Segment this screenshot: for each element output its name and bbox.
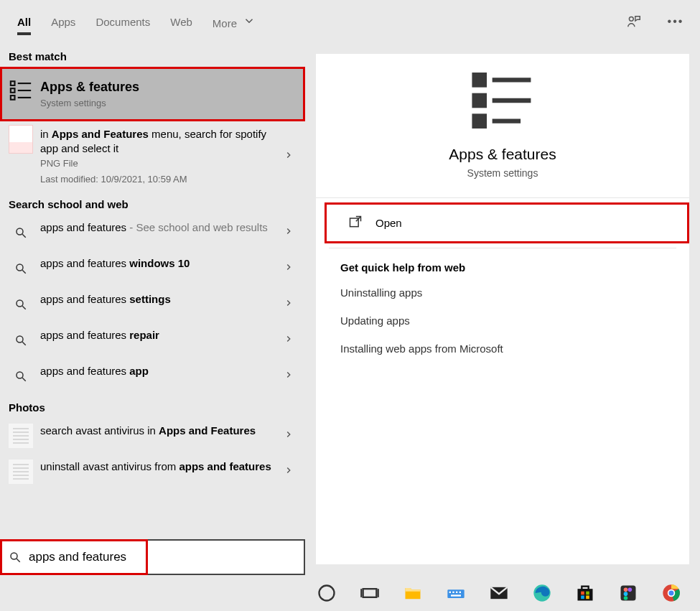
svg-rect-39 <box>582 587 588 590</box>
tab-web[interactable]: Web <box>160 3 202 41</box>
edge-icon[interactable] <box>528 579 556 607</box>
search-box[interactable] <box>0 539 305 575</box>
section-best-match: Best match <box>0 43 305 67</box>
svg-rect-21 <box>475 95 485 106</box>
search-icon <box>9 364 33 388</box>
photo-thumbnail-icon <box>9 424 33 448</box>
svg-rect-23 <box>475 116 485 126</box>
svg-point-26 <box>319 586 335 601</box>
svg-point-0 <box>629 17 633 21</box>
svg-line-14 <box>22 342 26 346</box>
search-icon <box>9 328 33 353</box>
svg-rect-33 <box>456 592 457 593</box>
svg-rect-31 <box>449 592 451 593</box>
section-photos: Photos <box>0 394 305 418</box>
apps-features-icon <box>472 70 533 134</box>
file-result-modified: Last modified: 10/9/2021, 10:59 AM <box>40 173 278 186</box>
result-web-2[interactable]: apps and features settings <box>0 286 305 322</box>
photo-thumbnail-icon <box>9 460 33 484</box>
apps-features-icon <box>9 78 33 103</box>
detail-pane: Apps & features System settings Open Get… <box>316 54 689 564</box>
task-view-icon[interactable] <box>355 579 384 607</box>
svg-rect-1 <box>11 81 15 85</box>
chevron-right-icon <box>284 370 294 383</box>
svg-line-12 <box>22 307 26 310</box>
svg-point-9 <box>17 264 23 271</box>
search-box-container <box>0 539 305 575</box>
svg-line-10 <box>22 271 26 274</box>
search-icon <box>9 220 33 245</box>
svg-point-7 <box>17 228 23 235</box>
svg-rect-34 <box>459 592 461 593</box>
svg-point-11 <box>17 300 23 307</box>
open-button[interactable]: Open <box>327 205 424 241</box>
chevron-right-icon <box>284 226 294 239</box>
tab-all[interactable]: All <box>7 3 41 41</box>
svg-rect-38 <box>578 589 593 600</box>
file-explorer-icon[interactable] <box>398 579 427 607</box>
cortana-icon[interactable] <box>312 579 341 607</box>
search-results-pane: Best match Apps & features System settin… <box>0 43 305 575</box>
figma-icon[interactable] <box>614 579 643 607</box>
svg-line-8 <box>22 235 26 238</box>
svg-point-48 <box>624 596 628 600</box>
tab-more-label: More <box>213 17 237 29</box>
result-best-match[interactable]: Apps & features System settings <box>0 67 305 121</box>
chrome-icon[interactable] <box>657 579 686 607</box>
svg-rect-5 <box>11 95 15 100</box>
chevron-right-icon <box>284 429 294 442</box>
svg-rect-40 <box>581 592 584 595</box>
feedback-icon[interactable] <box>624 11 644 32</box>
search-icon <box>9 551 22 564</box>
mail-icon[interactable] <box>485 579 513 607</box>
result-web-1[interactable]: apps and features windows 10 <box>0 251 305 286</box>
file-thumbnail-icon <box>9 127 33 151</box>
result-photo-1[interactable]: uninstall avast antivirus from apps and … <box>0 454 305 490</box>
svg-point-17 <box>11 553 17 559</box>
result-photo-0[interactable]: search avast antivirus in Apps and Featu… <box>0 418 305 454</box>
svg-point-46 <box>628 588 633 592</box>
photo-result-text: search avast antivirus in Apps and Featu… <box>40 424 297 438</box>
photo-result-text: uninstall avast antivirus from apps and … <box>40 460 297 474</box>
web-result-text: apps and features - See school and web r… <box>40 220 297 235</box>
detail-subtitle: System settings <box>467 167 538 179</box>
chevron-right-icon <box>284 334 294 347</box>
svg-rect-43 <box>586 596 589 600</box>
svg-rect-42 <box>581 596 584 600</box>
chevron-right-icon <box>284 465 294 478</box>
search-icon <box>9 292 33 317</box>
keyboard-icon[interactable] <box>442 579 470 607</box>
tab-apps[interactable]: Apps <box>41 3 85 41</box>
best-match-subtitle: System settings <box>40 97 278 110</box>
open-label: Open <box>375 217 402 229</box>
help-link-updating[interactable]: Updating apps <box>340 314 665 327</box>
taskbar <box>305 575 700 611</box>
svg-line-16 <box>22 378 26 382</box>
svg-point-51 <box>669 591 674 596</box>
search-input[interactable] <box>29 550 297 564</box>
svg-point-15 <box>17 372 23 378</box>
svg-line-18 <box>17 559 20 562</box>
help-link-installing-web[interactable]: Installing web apps from Microsoft <box>340 342 665 355</box>
result-file[interactable]: in Apps and Features menu, search for sp… <box>0 121 305 192</box>
result-web-4[interactable]: apps and features app <box>0 358 305 394</box>
svg-point-47 <box>624 592 628 596</box>
tab-documents[interactable]: Documents <box>85 3 160 41</box>
more-options-icon[interactable]: ••• <box>666 11 686 32</box>
microsoft-store-icon[interactable] <box>571 579 599 607</box>
open-external-icon <box>348 215 363 231</box>
web-result-text: apps and features windows 10 <box>40 256 297 271</box>
help-header: Get quick help from web <box>340 261 665 274</box>
web-result-text: apps and features repair <box>40 328 297 342</box>
result-web-0[interactable]: apps and features - See school and web r… <box>0 215 305 251</box>
svg-rect-30 <box>447 589 464 598</box>
result-web-3[interactable]: apps and features repair <box>0 322 305 358</box>
svg-point-45 <box>624 588 628 592</box>
help-link-uninstalling[interactable]: Uninstalling apps <box>340 286 665 299</box>
web-result-text: apps and features settings <box>40 292 297 307</box>
svg-rect-19 <box>475 75 485 85</box>
tab-more[interactable]: More <box>202 1 266 42</box>
best-match-title: Apps & features <box>40 78 278 95</box>
chevron-right-icon <box>284 262 294 275</box>
svg-rect-41 <box>586 592 589 595</box>
